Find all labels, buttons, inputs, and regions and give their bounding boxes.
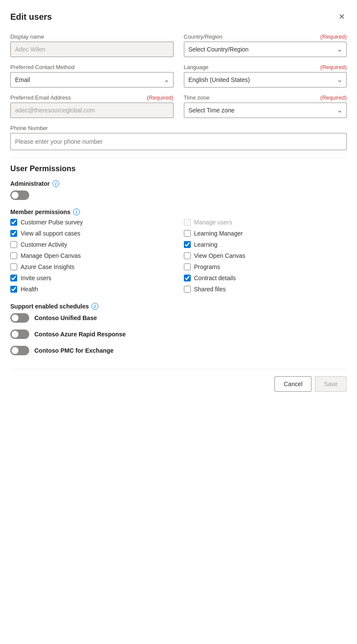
permission-label-ca: Customer Activity bbox=[21, 241, 67, 248]
permission-label-voc: View Open Canvas bbox=[194, 252, 246, 259]
member-permissions-header: Member permissions i bbox=[10, 209, 347, 215]
display-name-field: Display name bbox=[10, 33, 174, 57]
cancel-button[interactable]: Cancel bbox=[275, 376, 311, 392]
timezone-select[interactable]: Select Time zone bbox=[184, 103, 347, 118]
schedule-item-carr: Contoso Azure Rapid Response bbox=[10, 330, 347, 339]
contact-method-label: Preferred Contact Method bbox=[10, 64, 174, 70]
schedule-toggle-cub[interactable] bbox=[10, 313, 29, 323]
country-label-row: Country/Region (Required) bbox=[184, 33, 347, 40]
admin-label: Administrator bbox=[10, 180, 50, 187]
schedules-info-icon[interactable]: i bbox=[92, 303, 98, 310]
display-name-input[interactable] bbox=[10, 42, 174, 57]
permission-label-aci: Azure Case Insights bbox=[21, 263, 74, 270]
permission-label-programs: Programs bbox=[194, 263, 220, 270]
admin-section-header: Administrator i bbox=[10, 180, 347, 187]
language-select[interactable]: English (United States) bbox=[184, 72, 347, 88]
language-required: (Required) bbox=[320, 64, 347, 70]
permission-checkbox-mu bbox=[184, 219, 191, 226]
permission-checkbox-vasc[interactable] bbox=[10, 230, 17, 237]
permission-item-health: Health bbox=[10, 286, 174, 293]
permission-label-invite: Invite users bbox=[21, 275, 52, 281]
schedule-label-cpmc: Contoso PMC for Exchange bbox=[34, 347, 113, 354]
permission-checkbox-lm[interactable] bbox=[184, 230, 191, 237]
email-input[interactable] bbox=[10, 103, 174, 118]
permission-item-lm: Learning Manager bbox=[184, 230, 347, 237]
permission-item-ca: Customer Activity bbox=[10, 241, 174, 248]
contact-method-select[interactable]: Email Phone bbox=[10, 72, 174, 88]
schedules-header: Support enabled schedules i bbox=[10, 303, 347, 310]
permission-item-moc: Manage Open Canvas bbox=[10, 252, 174, 259]
permission-checkbox-moc[interactable] bbox=[10, 252, 17, 259]
permission-checkbox-programs[interactable] bbox=[184, 263, 191, 270]
display-name-label: Display name bbox=[10, 33, 174, 40]
schedule-toggle-thumb-cpmc bbox=[12, 347, 18, 354]
user-permissions-section: User Permissions Administrator i Member … bbox=[10, 164, 347, 355]
permission-label-vasc: View all support cases bbox=[21, 230, 80, 237]
close-icon: ✕ bbox=[339, 12, 345, 21]
contact-method-select-wrapper: Email Phone bbox=[10, 72, 174, 88]
permission-checkbox-contract[interactable] bbox=[184, 275, 191, 281]
member-info-icon[interactable]: i bbox=[73, 209, 80, 215]
section-divider bbox=[10, 157, 347, 157]
schedules-label: Support enabled schedules bbox=[10, 303, 89, 310]
timezone-label-row: Time zone (Required) bbox=[184, 94, 347, 101]
timezone-required: (Required) bbox=[320, 94, 347, 101]
close-button[interactable]: ✕ bbox=[337, 10, 347, 23]
admin-toggle[interactable] bbox=[10, 190, 29, 200]
timezone-label: Time zone bbox=[184, 94, 210, 101]
modal-header: Edit users ✕ bbox=[10, 10, 347, 23]
permission-item-contract: Contract details bbox=[184, 275, 347, 281]
save-button[interactable]: Save bbox=[315, 376, 347, 392]
country-field: Country/Region (Required) Select Country… bbox=[184, 33, 347, 57]
modal-footer: Cancel Save bbox=[10, 369, 347, 392]
permission-checkbox-cps[interactable] bbox=[10, 219, 17, 226]
schedule-toggle-thumb-carr bbox=[12, 331, 18, 338]
permission-item-aci: Azure Case Insights bbox=[10, 263, 174, 270]
admin-toggle-thumb bbox=[12, 192, 18, 199]
permission-checkbox-learning[interactable] bbox=[184, 241, 191, 248]
permissions-title: User Permissions bbox=[10, 164, 347, 173]
permission-item-mu: Manage users bbox=[184, 219, 347, 226]
email-required: (Required) bbox=[147, 94, 173, 101]
schedule-toggle-thumb-cub bbox=[12, 314, 18, 321]
permissions-grid: Customer Pulse surveyManage usersView al… bbox=[10, 219, 347, 293]
permission-item-cps: Customer Pulse survey bbox=[10, 219, 174, 226]
permission-checkbox-invite[interactable] bbox=[10, 275, 17, 281]
modal-title: Edit users bbox=[10, 12, 52, 22]
schedule-item-cub: Contoso Unified Base bbox=[10, 313, 347, 323]
permission-label-learning: Learning bbox=[194, 241, 218, 248]
permission-checkbox-shared[interactable] bbox=[184, 286, 191, 293]
country-select[interactable]: Select Country/Region bbox=[184, 42, 347, 57]
permission-checkbox-health[interactable] bbox=[10, 286, 17, 293]
schedules-section: Support enabled schedules i Contoso Unif… bbox=[10, 303, 347, 355]
edit-users-modal: Edit users ✕ Display name Country/Region… bbox=[0, 0, 357, 644]
permission-checkbox-aci[interactable] bbox=[10, 263, 17, 270]
permission-item-shared: Shared files bbox=[184, 286, 347, 293]
permission-label-lm: Learning Manager bbox=[194, 230, 243, 237]
phone-input[interactable] bbox=[10, 133, 347, 150]
schedule-label-cub: Contoso Unified Base bbox=[34, 314, 97, 321]
permission-label-moc: Manage Open Canvas bbox=[21, 252, 81, 259]
schedule-toggle-cpmc[interactable] bbox=[10, 346, 29, 355]
timezone-select-wrapper: Select Time zone bbox=[184, 103, 347, 118]
email-label-row: Preferred Email Address (Required) bbox=[10, 94, 174, 101]
admin-info-icon[interactable]: i bbox=[52, 180, 59, 187]
language-select-wrapper: English (United States) bbox=[184, 72, 347, 88]
permission-item-voc: View Open Canvas bbox=[184, 252, 347, 259]
permission-checkbox-voc[interactable] bbox=[184, 252, 191, 259]
language-field: Language (Required) English (United Stat… bbox=[184, 64, 347, 88]
permission-checkbox-ca[interactable] bbox=[10, 241, 17, 248]
schedule-toggle-carr[interactable] bbox=[10, 330, 29, 339]
language-label: Language bbox=[184, 64, 209, 70]
permission-label-mu: Manage users bbox=[194, 219, 232, 226]
phone-field: Phone Number bbox=[10, 125, 347, 150]
contact-method-field: Preferred Contact Method Email Phone bbox=[10, 64, 174, 88]
schedule-label-carr: Contoso Azure Rapid Response bbox=[34, 331, 126, 338]
permission-item-vasc: View all support cases bbox=[10, 230, 174, 237]
timezone-field: Time zone (Required) Select Time zone bbox=[184, 94, 347, 118]
email-label: Preferred Email Address bbox=[10, 94, 71, 101]
country-label: Country/Region bbox=[184, 33, 223, 40]
email-field: Preferred Email Address (Required) bbox=[10, 94, 174, 118]
permission-label-shared: Shared files bbox=[194, 286, 226, 293]
permission-item-learning: Learning bbox=[184, 241, 347, 248]
